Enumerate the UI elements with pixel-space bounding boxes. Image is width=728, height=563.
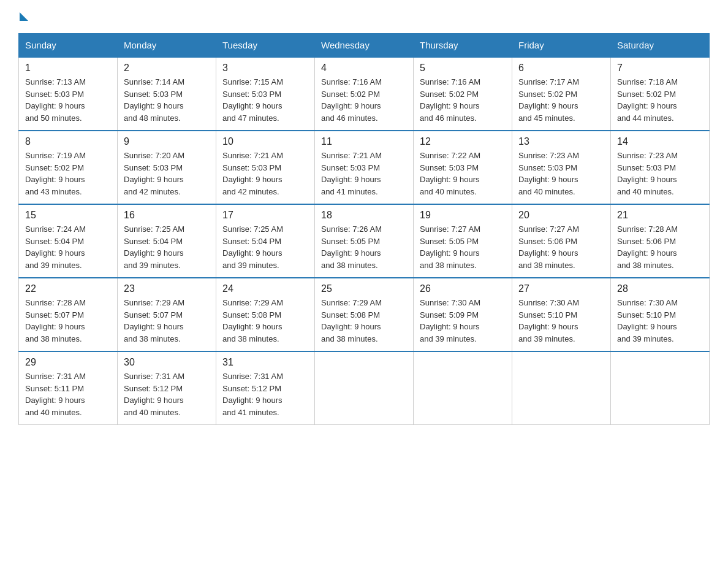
calendar-cell: 30Sunrise: 7:31 AMSunset: 5:12 PMDayligh… [118, 351, 216, 425]
calendar-week-row: 22Sunrise: 7:28 AMSunset: 5:07 PMDayligh… [19, 278, 710, 351]
day-number: 15 [25, 210, 111, 221]
calendar-cell [414, 351, 512, 425]
calendar-week-row: 29Sunrise: 7:31 AMSunset: 5:11 PMDayligh… [19, 351, 710, 425]
day-info: Sunrise: 7:14 AMSunset: 5:03 PMDaylight:… [124, 76, 210, 124]
calendar-cell: 3Sunrise: 7:15 AMSunset: 5:03 PMDaylight… [216, 57, 315, 131]
day-number: 12 [420, 136, 506, 147]
header-monday: Monday [118, 34, 216, 58]
day-info: Sunrise: 7:18 AMSunset: 5:02 PMDaylight:… [617, 76, 703, 124]
calendar-cell: 17Sunrise: 7:25 AMSunset: 5:04 PMDayligh… [216, 204, 315, 278]
day-info: Sunrise: 7:31 AMSunset: 5:12 PMDaylight:… [124, 370, 210, 418]
header-thursday: Thursday [414, 34, 512, 58]
day-info: Sunrise: 7:30 AMSunset: 5:09 PMDaylight:… [420, 297, 506, 345]
calendar-cell: 28Sunrise: 7:30 AMSunset: 5:10 PMDayligh… [611, 278, 710, 351]
calendar-cell: 25Sunrise: 7:29 AMSunset: 5:08 PMDayligh… [315, 278, 414, 351]
day-info: Sunrise: 7:31 AMSunset: 5:11 PMDaylight:… [25, 370, 111, 418]
day-info: Sunrise: 7:16 AMSunset: 5:02 PMDaylight:… [321, 76, 407, 124]
calendar-cell: 4Sunrise: 7:16 AMSunset: 5:02 PMDaylight… [315, 57, 414, 131]
calendar-cell [611, 351, 710, 425]
day-info: Sunrise: 7:16 AMSunset: 5:02 PMDaylight:… [420, 76, 506, 124]
day-number: 27 [518, 283, 604, 294]
calendar-cell: 12Sunrise: 7:22 AMSunset: 5:03 PMDayligh… [414, 131, 512, 204]
day-number: 22 [25, 283, 111, 294]
calendar-week-row: 1Sunrise: 7:13 AMSunset: 5:03 PMDaylight… [19, 57, 710, 131]
calendar-cell: 22Sunrise: 7:28 AMSunset: 5:07 PMDayligh… [19, 278, 118, 351]
calendar-cell: 9Sunrise: 7:20 AMSunset: 5:03 PMDaylight… [118, 131, 216, 204]
day-info: Sunrise: 7:21 AMSunset: 5:03 PMDaylight:… [321, 150, 407, 197]
day-number: 3 [222, 63, 308, 74]
day-number: 28 [617, 283, 703, 294]
day-info: Sunrise: 7:13 AMSunset: 5:03 PMDaylight:… [25, 76, 111, 124]
calendar-cell: 18Sunrise: 7:26 AMSunset: 5:05 PMDayligh… [315, 204, 414, 278]
calendar-cell: 27Sunrise: 7:30 AMSunset: 5:10 PMDayligh… [512, 278, 611, 351]
day-info: Sunrise: 7:22 AMSunset: 5:03 PMDaylight:… [420, 150, 506, 197]
calendar-cell: 1Sunrise: 7:13 AMSunset: 5:03 PMDaylight… [19, 57, 118, 131]
calendar-week-row: 8Sunrise: 7:19 AMSunset: 5:02 PMDaylight… [19, 131, 710, 204]
calendar-cell [512, 351, 611, 425]
logo-arrow-icon [20, 12, 28, 21]
day-info: Sunrise: 7:17 AMSunset: 5:02 PMDaylight:… [518, 76, 604, 124]
day-number: 13 [518, 136, 604, 147]
day-info: Sunrise: 7:23 AMSunset: 5:03 PMDaylight:… [518, 150, 604, 197]
header-wednesday: Wednesday [315, 34, 414, 58]
header-tuesday: Tuesday [216, 34, 315, 58]
day-number: 20 [518, 210, 604, 221]
day-info: Sunrise: 7:26 AMSunset: 5:05 PMDaylight:… [321, 223, 407, 271]
header-saturday: Saturday [611, 34, 710, 58]
calendar-cell: 23Sunrise: 7:29 AMSunset: 5:07 PMDayligh… [118, 278, 216, 351]
day-info: Sunrise: 7:29 AMSunset: 5:08 PMDaylight:… [222, 297, 308, 345]
calendar-week-row: 15Sunrise: 7:24 AMSunset: 5:04 PMDayligh… [19, 204, 710, 278]
calendar-cell: 29Sunrise: 7:31 AMSunset: 5:11 PMDayligh… [19, 351, 118, 425]
day-number: 5 [420, 63, 506, 74]
calendar-cell: 2Sunrise: 7:14 AMSunset: 5:03 PMDaylight… [118, 57, 216, 131]
day-info: Sunrise: 7:31 AMSunset: 5:12 PMDaylight:… [222, 370, 308, 418]
day-number: 6 [518, 63, 604, 74]
calendar-cell: 6Sunrise: 7:17 AMSunset: 5:02 PMDaylight… [512, 57, 611, 131]
day-number: 14 [617, 136, 703, 147]
day-info: Sunrise: 7:15 AMSunset: 5:03 PMDaylight:… [222, 76, 308, 124]
day-number: 4 [321, 63, 407, 74]
calendar-cell: 19Sunrise: 7:27 AMSunset: 5:05 PMDayligh… [414, 204, 512, 278]
day-info: Sunrise: 7:27 AMSunset: 5:05 PMDaylight:… [420, 223, 506, 271]
calendar-cell: 21Sunrise: 7:28 AMSunset: 5:06 PMDayligh… [611, 204, 710, 278]
day-info: Sunrise: 7:20 AMSunset: 5:03 PMDaylight:… [124, 150, 210, 197]
page-header [18, 12, 710, 22]
calendar-cell: 31Sunrise: 7:31 AMSunset: 5:12 PMDayligh… [216, 351, 315, 425]
day-number: 2 [124, 63, 210, 74]
day-number: 26 [420, 283, 506, 294]
day-number: 10 [222, 136, 308, 147]
day-number: 17 [222, 210, 308, 221]
day-number: 29 [25, 357, 111, 368]
calendar-cell: 8Sunrise: 7:19 AMSunset: 5:02 PMDaylight… [19, 131, 118, 204]
calendar-cell: 20Sunrise: 7:27 AMSunset: 5:06 PMDayligh… [512, 204, 611, 278]
day-number: 23 [124, 283, 210, 294]
calendar-cell: 7Sunrise: 7:18 AMSunset: 5:02 PMDaylight… [611, 57, 710, 131]
calendar-cell: 13Sunrise: 7:23 AMSunset: 5:03 PMDayligh… [512, 131, 611, 204]
day-info: Sunrise: 7:21 AMSunset: 5:03 PMDaylight:… [222, 150, 308, 197]
calendar-cell: 10Sunrise: 7:21 AMSunset: 5:03 PMDayligh… [216, 131, 315, 204]
day-info: Sunrise: 7:28 AMSunset: 5:06 PMDaylight:… [617, 223, 703, 271]
calendar-table: SundayMondayTuesdayWednesdayThursdayFrid… [18, 33, 710, 425]
day-number: 24 [222, 283, 308, 294]
day-number: 11 [321, 136, 407, 147]
calendar-cell: 15Sunrise: 7:24 AMSunset: 5:04 PMDayligh… [19, 204, 118, 278]
day-number: 25 [321, 283, 407, 294]
day-info: Sunrise: 7:29 AMSunset: 5:08 PMDaylight:… [321, 297, 407, 345]
day-info: Sunrise: 7:27 AMSunset: 5:06 PMDaylight:… [518, 223, 604, 271]
day-number: 19 [420, 210, 506, 221]
calendar-cell: 16Sunrise: 7:25 AMSunset: 5:04 PMDayligh… [118, 204, 216, 278]
day-info: Sunrise: 7:28 AMSunset: 5:07 PMDaylight:… [25, 297, 111, 345]
calendar-cell: 24Sunrise: 7:29 AMSunset: 5:08 PMDayligh… [216, 278, 315, 351]
day-number: 8 [25, 136, 111, 147]
header-sunday: Sunday [19, 34, 118, 58]
day-number: 21 [617, 210, 703, 221]
day-number: 30 [124, 357, 210, 368]
day-number: 9 [124, 136, 210, 147]
day-info: Sunrise: 7:19 AMSunset: 5:02 PMDaylight:… [25, 150, 111, 197]
calendar-cell: 11Sunrise: 7:21 AMSunset: 5:03 PMDayligh… [315, 131, 414, 204]
calendar-cell: 5Sunrise: 7:16 AMSunset: 5:02 PMDaylight… [414, 57, 512, 131]
day-number: 1 [25, 63, 111, 74]
day-info: Sunrise: 7:25 AMSunset: 5:04 PMDaylight:… [222, 223, 308, 271]
header-friday: Friday [512, 34, 611, 58]
logo [18, 12, 28, 22]
